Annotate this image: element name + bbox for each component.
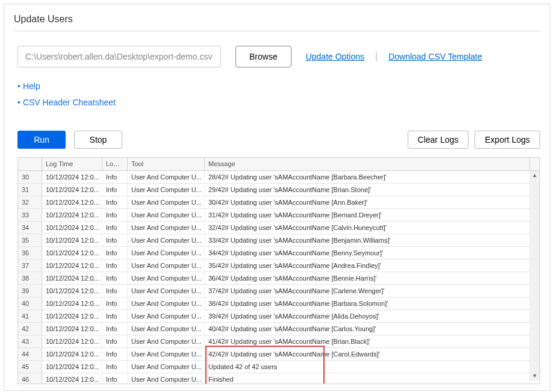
cell-logtime: 10/12/2024 12:0... xyxy=(42,323,102,335)
row-number: 35 xyxy=(18,234,42,246)
scrollbar[interactable]: ▲ ▼ xyxy=(530,171,540,381)
stop-button[interactable]: Stop xyxy=(74,131,122,149)
col-header-rownum[interactable] xyxy=(18,158,42,170)
cell-message: 41/42# Updating user 'sAMAccountName [Br… xyxy=(205,335,530,347)
scroll-down-icon[interactable]: ▼ xyxy=(530,372,540,381)
row-number: 33 xyxy=(18,209,42,221)
cell-logtype: Info xyxy=(102,222,128,234)
link-separator: | xyxy=(375,51,378,62)
cell-logtime: 10/12/2024 12:0... xyxy=(42,335,102,347)
cell-logtime: 10/12/2024 12:0... xyxy=(42,348,102,360)
browse-button[interactable]: Browse xyxy=(235,46,291,67)
cell-message: 40/42# Updating user 'sAMAccountName [Ca… xyxy=(205,323,530,335)
cell-logtype: Info xyxy=(102,260,128,272)
cell-tool: User And Computer U... xyxy=(128,234,205,246)
scroll-up-icon[interactable]: ▲ xyxy=(530,171,540,180)
col-header-logtype[interactable]: Log T... xyxy=(102,158,128,170)
cell-message: 31/42# Updating user 'sAMAccountName [Be… xyxy=(205,209,530,221)
table-row[interactable]: 3710/12/2024 12:0...InfoUser And Compute… xyxy=(18,260,540,272)
grid-header: Log Time Log T... Tool Message xyxy=(18,158,540,171)
table-row[interactable]: 4210/12/2024 12:0...InfoUser And Compute… xyxy=(18,323,540,335)
cell-logtype: Info xyxy=(102,209,128,221)
cell-logtime: 10/12/2024 12:0... xyxy=(42,209,102,221)
cell-logtype: Info xyxy=(102,297,128,310)
row-number: 37 xyxy=(18,260,42,272)
cell-logtype: Info xyxy=(102,335,128,347)
table-row[interactable]: 3510/12/2024 12:0...InfoUser And Compute… xyxy=(18,234,540,247)
clear-logs-button[interactable]: Clear Logs xyxy=(408,131,469,149)
cell-logtime: 10/12/2024 12:0... xyxy=(42,196,102,208)
cell-tool: User And Computer U... xyxy=(128,222,205,234)
cell-message: 30/42# Updating user 'sAMAccountName [An… xyxy=(205,196,530,208)
cell-tool: User And Computer U... xyxy=(128,247,205,259)
help-links: •Help •CSV Header Cheatsheet xyxy=(17,78,540,110)
col-header-scroll xyxy=(530,158,540,170)
table-row[interactable]: 4610/12/2024 12:0...InfoUser And Compute… xyxy=(18,373,540,384)
table-row[interactable]: 3810/12/2024 12:0...InfoUser And Compute… xyxy=(18,272,540,285)
cell-logtime: 10/12/2024 12:0... xyxy=(42,222,102,234)
cell-message: 39/42# Updating user 'sAMAccountName [Al… xyxy=(205,310,530,322)
cell-tool: User And Computer U... xyxy=(128,361,205,373)
cell-logtype: Info xyxy=(102,196,128,208)
table-row[interactable]: 3310/12/2024 12:0...InfoUser And Compute… xyxy=(18,209,540,222)
cell-logtime: 10/12/2024 12:0... xyxy=(42,361,102,373)
download-template-link[interactable]: Download CSV Template xyxy=(388,52,482,61)
cell-message: 42/42# Updating user 'sAMAccountName [Ca… xyxy=(205,348,530,360)
table-row[interactable]: 3010/12/2024 12:0...InfoUser And Compute… xyxy=(18,171,540,184)
cell-logtype: Info xyxy=(102,234,128,246)
table-row[interactable]: 3410/12/2024 12:0...InfoUser And Compute… xyxy=(18,222,540,234)
cell-logtype: Info xyxy=(102,323,128,335)
col-header-message[interactable]: Message xyxy=(205,158,530,170)
cell-logtype: Info xyxy=(102,310,128,322)
cell-message: Finished xyxy=(205,373,530,384)
cell-logtype: Info xyxy=(102,184,128,196)
row-number: 41 xyxy=(18,310,42,322)
table-row[interactable]: 4010/12/2024 12:0...InfoUser And Compute… xyxy=(18,297,540,310)
row-number: 39 xyxy=(18,285,42,297)
table-row[interactable]: 4510/12/2024 12:0...InfoUser And Compute… xyxy=(18,361,540,373)
cell-message: 33/42# Updating user 'sAMAccountName [Be… xyxy=(205,234,530,246)
table-row[interactable]: 3110/12/2024 12:0...InfoUser And Compute… xyxy=(18,184,540,196)
row-number: 44 xyxy=(18,348,42,360)
cell-tool: User And Computer U... xyxy=(128,171,205,183)
cell-logtype: Info xyxy=(102,361,128,373)
cell-tool: User And Computer U... xyxy=(128,272,205,284)
row-number: 34 xyxy=(18,222,42,234)
cell-logtime: 10/12/2024 12:0... xyxy=(42,373,102,384)
table-row[interactable]: 3610/12/2024 12:0...InfoUser And Compute… xyxy=(18,247,540,260)
cell-logtype: Info xyxy=(102,247,128,259)
link-group: Update Options | Download CSV Template xyxy=(306,51,482,62)
cell-logtime: 10/12/2024 12:0... xyxy=(42,285,102,297)
cell-message: 34/42# Updating user 'sAMAccountName [Be… xyxy=(205,247,530,259)
cell-tool: User And Computer U... xyxy=(128,297,205,310)
cell-message: 36/42# Updating user 'sAMAccountName [Be… xyxy=(205,272,530,284)
file-row: Browse Update Options | Download CSV Tem… xyxy=(17,46,540,67)
col-header-logtime[interactable]: Log Time xyxy=(42,158,102,170)
page-title: Update Users xyxy=(14,14,540,25)
csv-path-input[interactable] xyxy=(17,46,221,67)
row-number: 36 xyxy=(18,247,42,259)
help-link[interactable]: •Help xyxy=(17,78,540,95)
row-number: 32 xyxy=(18,196,42,208)
grid-body: 3010/12/2024 12:0...InfoUser And Compute… xyxy=(18,171,540,384)
row-number: 38 xyxy=(18,272,42,284)
cell-message: 32/42# Updating user 'sAMAccountName [Ca… xyxy=(205,222,530,234)
table-row[interactable]: 4110/12/2024 12:0...InfoUser And Compute… xyxy=(18,310,540,323)
row-number: 43 xyxy=(18,335,42,347)
scroll-track[interactable] xyxy=(530,180,540,372)
cell-tool: User And Computer U... xyxy=(128,196,205,208)
cheatsheet-link[interactable]: •CSV Header Cheatsheet xyxy=(17,95,540,111)
cell-tool: User And Computer U... xyxy=(128,348,205,360)
export-logs-button[interactable]: Export Logs xyxy=(475,131,540,149)
table-row[interactable]: 4410/12/2024 12:0...InfoUser And Compute… xyxy=(18,348,540,361)
table-row[interactable]: 3910/12/2024 12:0...InfoUser And Compute… xyxy=(18,285,540,297)
cell-message: 28/42# Updating user 'sAMAccountName [Ba… xyxy=(205,171,530,183)
table-row[interactable]: 3210/12/2024 12:0...InfoUser And Compute… xyxy=(18,196,540,209)
run-button[interactable]: Run xyxy=(17,131,66,149)
cell-tool: User And Computer U... xyxy=(128,335,205,347)
table-row[interactable]: 4310/12/2024 12:0...InfoUser And Compute… xyxy=(18,335,540,348)
cell-tool: User And Computer U... xyxy=(128,285,205,297)
cell-message: 38/42# Updating user 'sAMAccountName [Ba… xyxy=(205,297,530,310)
col-header-tool[interactable]: Tool xyxy=(128,158,205,170)
update-options-link[interactable]: Update Options xyxy=(306,52,364,61)
